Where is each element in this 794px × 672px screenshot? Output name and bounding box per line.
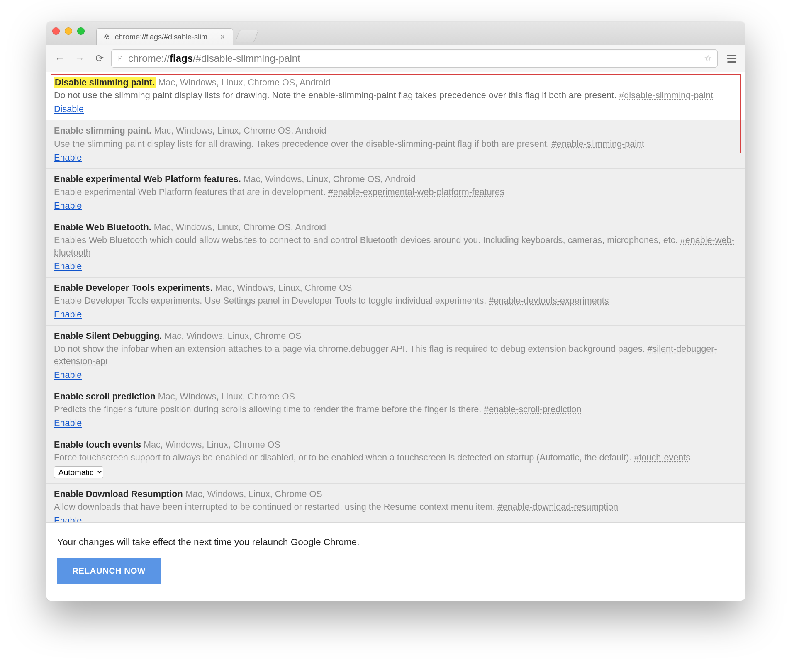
flag-name: Disable slimming paint. (54, 77, 156, 88)
url-scheme: chrome:// (128, 53, 170, 64)
flag-action-link[interactable]: Enable (54, 200, 82, 212)
page-content: Disable slimming paint. Mac, Windows, Li… (46, 72, 745, 522)
menu-button[interactable] (723, 50, 740, 67)
tab-strip: ☢ chrome://flags/#disable-slim × (96, 22, 256, 45)
flag-hash-link[interactable]: #enable-scroll-prediction (484, 404, 581, 414)
browser-window: ☢ chrome://flags/#disable-slim × ← → ⟳ 🗎 (46, 22, 745, 601)
flag-action-link[interactable]: Enable (54, 308, 82, 320)
flag-desc: Do not use the slimming paint display li… (54, 89, 738, 101)
flag-hash-link[interactable]: #disable-slimming-paint (619, 90, 713, 100)
flag-row: Enable experimental Web Platform feature… (46, 169, 745, 217)
flag-name: Enable Silent Debugging. (54, 331, 162, 341)
flag-name: Enable slimming paint. (54, 125, 151, 136)
flag-select[interactable]: Automatic (54, 466, 103, 478)
flag-action-link[interactable]: Enable (54, 151, 82, 163)
flag-desc: Predicts the finger's future position du… (54, 403, 738, 415)
flag-row: Enable Developer Tools experiments. Mac,… (46, 278, 745, 326)
window-controls (52, 27, 85, 35)
flag-platforms: Mac, Windows, Linux, Chrome OS, Android (154, 222, 326, 232)
flag-platforms: Mac, Windows, Linux, Chrome OS, Android (154, 125, 326, 136)
flag-hash-link[interactable]: #touch-events (634, 452, 690, 463)
url-text: chrome://flags/#disable-slimming-paint (128, 53, 700, 64)
flag-hash-link[interactable]: #enable-download-resumption (498, 502, 619, 512)
flag-platforms: Mac, Windows, Linux, Chrome OS (144, 439, 280, 450)
flag-title-line: Enable Download Resumption Mac, Windows,… (54, 488, 738, 500)
radiation-icon: ☢ (102, 33, 111, 41)
flag-hash-link[interactable]: #enable-experimental-web-platform-featur… (328, 187, 504, 197)
flag-row: Enable Silent Debugging. Mac, Windows, L… (46, 326, 745, 386)
flag-action-link[interactable]: Enable (54, 369, 82, 381)
flag-name: Enable scroll prediction (54, 391, 156, 402)
relaunch-footer: Your changes will take effect the next t… (46, 522, 745, 601)
flag-platforms: Mac, Windows, Linux, Chrome OS (164, 331, 301, 341)
flag-hash-link[interactable]: #enable-slimming-paint (552, 139, 644, 149)
flag-desc: Force touchscreen support to always be e… (54, 451, 738, 463)
flag-action-link[interactable]: Enable (54, 514, 82, 522)
flags-list: Disable slimming paint. Mac, Windows, Li… (46, 72, 745, 522)
flag-row: Enable scroll prediction Mac, Windows, L… (46, 386, 745, 434)
relaunch-button[interactable]: RELAUNCH NOW (57, 558, 161, 584)
tab-title: chrome://flags/#disable-slim (115, 33, 214, 41)
flag-title-line: Enable Web Bluetooth. Mac, Windows, Linu… (54, 221, 738, 233)
flag-row: Enable Download Resumption Mac, Windows,… (46, 484, 745, 522)
flag-desc: Do not show the infobar when an extensio… (54, 343, 738, 367)
flag-name: Enable experimental Web Platform feature… (54, 174, 241, 184)
flag-title-line: Enable touch events Mac, Windows, Linux,… (54, 438, 738, 450)
flag-title-line: Enable Developer Tools experiments. Mac,… (54, 282, 738, 294)
flag-title-line: Enable slimming paint. Mac, Windows, Lin… (54, 124, 738, 136)
close-window-button[interactable] (52, 27, 60, 35)
bookmark-star-icon[interactable]: ☆ (704, 53, 712, 64)
close-tab-icon[interactable]: × (219, 32, 227, 42)
flag-row: Enable touch events Mac, Windows, Linux,… (46, 434, 745, 483)
flag-row: Enable Web Bluetooth. Mac, Windows, Linu… (46, 217, 745, 278)
url-path: /#disable-slimming-paint (193, 53, 300, 64)
arrow-right-icon: → (75, 53, 85, 64)
flag-row: Enable slimming paint. Mac, Windows, Lin… (46, 120, 745, 168)
new-tab-button[interactable] (235, 30, 259, 42)
flag-name: Enable Web Bluetooth. (54, 222, 151, 232)
flag-desc: Use the slimming paint display lists for… (54, 138, 738, 150)
flag-platforms: Mac, Windows, Linux, Chrome OS (185, 489, 322, 499)
zoom-window-button[interactable] (77, 27, 85, 35)
reload-icon: ⟳ (95, 53, 104, 64)
flag-platforms: Mac, Windows, Linux, Chrome OS (158, 391, 295, 402)
flag-action-link[interactable]: Enable (54, 417, 82, 429)
flag-title-line: Disable slimming paint. Mac, Windows, Li… (54, 76, 738, 88)
flag-desc: Allow downloads that have been interrupt… (54, 501, 738, 513)
hamburger-icon (727, 55, 736, 56)
flag-title-line: Enable experimental Web Platform feature… (54, 173, 738, 185)
flag-action-link[interactable]: Disable (54, 103, 84, 115)
minimize-window-button[interactable] (65, 27, 72, 35)
flag-hash-link[interactable]: #enable-devtools-experiments (489, 295, 609, 306)
flag-platforms: Mac, Windows, Linux, Chrome OS, Android (158, 77, 330, 88)
toolbar: ← → ⟳ 🗎 chrome://flags/#disable-slimming… (46, 45, 745, 72)
flag-name: Enable Download Resumption (54, 489, 183, 499)
flag-name: Enable Developer Tools experiments. (54, 282, 212, 293)
flag-action-link[interactable]: Enable (54, 260, 82, 272)
flag-platforms: Mac, Windows, Linux, Chrome OS, Android (244, 174, 416, 184)
url-host: flags (170, 53, 193, 64)
flag-desc: Enable Developer Tools experiments. Use … (54, 295, 738, 307)
page-icon: 🗎 (117, 54, 124, 63)
titlebar: ☢ chrome://flags/#disable-slim × (46, 22, 745, 45)
flag-title-line: Enable Silent Debugging. Mac, Windows, L… (54, 330, 738, 342)
forward-button[interactable]: → (71, 50, 88, 67)
back-button[interactable]: ← (51, 50, 68, 67)
arrow-left-icon: ← (55, 53, 65, 64)
reload-button[interactable]: ⟳ (91, 50, 108, 67)
flag-desc: Enable experimental Web Platform feature… (54, 186, 738, 198)
flag-platforms: Mac, Windows, Linux, Chrome OS (215, 282, 352, 293)
address-bar[interactable]: 🗎 chrome://flags/#disable-slimming-paint… (111, 49, 718, 68)
flag-name: Enable touch events (54, 439, 141, 450)
flag-title-line: Enable scroll prediction Mac, Windows, L… (54, 390, 738, 402)
relaunch-message: Your changes will take effect the next t… (57, 537, 734, 548)
flag-row: Disable slimming paint. Mac, Windows, Li… (46, 72, 745, 120)
tab-active[interactable]: ☢ chrome://flags/#disable-slim × (96, 28, 233, 45)
flag-desc: Enables Web Bluetooth which could allow … (54, 234, 738, 258)
